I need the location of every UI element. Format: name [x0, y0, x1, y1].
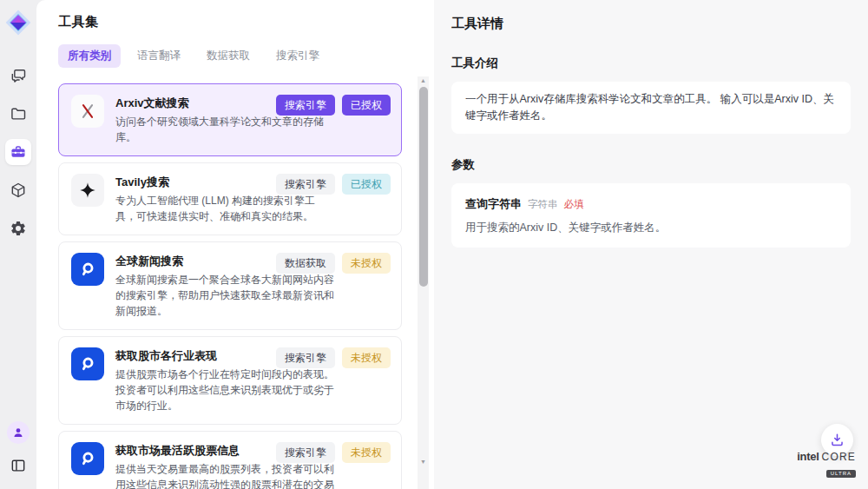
category-badge: 搜索引擎 [276, 347, 335, 368]
chat-icon [10, 67, 27, 84]
tab-data-acquisition[interactable]: 数据获取 [197, 44, 260, 68]
intro-heading: 工具介绍 [451, 56, 851, 71]
tool-description: 访问各个研究领域大量科学论文和文章的存储库。 [115, 114, 334, 145]
detail-title: 工具详情 [451, 16, 851, 32]
sidebar-item-settings[interactable] [5, 215, 31, 241]
tool-card-arxiv[interactable]: Arxiv文献搜索 访问各个研究领域大量科学论文和文章的存储库。 搜索引擎 已授… [58, 83, 402, 156]
auth-badge: 未授权 [342, 442, 391, 463]
sidebar-item-files[interactable] [5, 101, 31, 127]
tool-card-active-stocks[interactable]: 获取市场最活跃股票信息 提供当天交易量最高的股票列表，投资者可以利用这些信息来识… [58, 431, 402, 489]
tool-description: 专为人工智能代理 (LLM) 构建的搜索引擎工具，可快速提供实时、准确和真实的结… [115, 193, 334, 224]
auth-badge: 已授权 [342, 174, 391, 195]
scrollbar-down-icon[interactable]: ▼ [420, 458, 426, 466]
tool-detail-panel: 工具详情 工具介绍 一个用于从Arxiv存储库搜索科学论文和文章的工具。 输入可… [434, 0, 868, 489]
auth-badge: 已授权 [342, 95, 391, 116]
intro-card: 一个用于从Arxiv存储库搜索科学论文和文章的工具。 输入可以是Arxiv ID… [451, 82, 851, 134]
auth-badge: 未授权 [342, 347, 391, 368]
params-heading: 参数 [451, 157, 851, 173]
toolset-panel: 工具集 所有类别 语言翻译 数据获取 搜索引擎 Arxiv文献搜索 访问各个研究… [36, 0, 434, 489]
tool-list: Arxiv文献搜索 访问各个研究领域大量科学论文和文章的存储库。 搜索引擎 已授… [36, 82, 434, 489]
tool-card-tavily[interactable]: Tavily搜索 专为人工智能代理 (LLM) 构建的搜索引擎工具，可快速提供实… [58, 162, 402, 235]
tool-description: 提供股票市场各个行业在特定时间段内的表现。投资者可以利用这些信息来识别表现优于或… [115, 367, 334, 413]
sidebar-item-chat[interactable] [5, 63, 31, 89]
category-tabs: 所有类别 语言翻译 数据获取 搜索引擎 [36, 44, 434, 68]
param-type: 字符串 [528, 196, 558, 213]
tab-all-categories[interactable]: 所有类别 [58, 44, 121, 68]
active-stocks-icon [71, 442, 104, 475]
tavily-star-icon [71, 174, 104, 207]
toolbox-icon [10, 143, 27, 161]
scrollbar-thumb[interactable] [419, 87, 428, 287]
param-name: 查询字符串 [465, 195, 522, 212]
page-title: 工具集 [58, 14, 412, 30]
tool-description: 提供当天交易量最高的股票列表，投资者可以利用这些信息来识别流动性强的股票和潜在的… [115, 461, 334, 489]
category-badge: 搜索引擎 [276, 442, 335, 463]
brand-core-text: core [822, 451, 856, 463]
category-badge: 搜索引擎 [276, 95, 335, 116]
cube-icon [10, 182, 27, 199]
global-news-icon [71, 253, 104, 286]
collapse-sidebar-button[interactable] [5, 453, 31, 479]
user-avatar[interactable] [7, 421, 30, 444]
brand-ultra-badge: ultra [826, 470, 856, 478]
auth-badge: 未授权 [342, 253, 391, 274]
sidebar-item-toolbox[interactable] [5, 139, 31, 165]
gear-icon [10, 220, 27, 237]
tool-card-global-news[interactable]: 全球新闻搜索 全球新闻搜索是一个聚合全球各大新闻网站内容的搜索引擎，帮助用户快速… [58, 241, 402, 330]
scrollbar-up-icon[interactable]: ▲ [420, 76, 426, 85]
list-scrollbar[interactable]: ▲ ▼ [418, 76, 429, 489]
arxiv-x-icon [71, 95, 104, 128]
tool-card-stock-sectors[interactable]: 获取股市各行业表现 提供股票市场各个行业在特定时间段内的表现。投资者可以利用这些… [58, 336, 402, 425]
user-avatar-icon [11, 426, 25, 439]
param-card: 查询字符串 字符串 必填 用于搜索的Arxiv ID、关键字或作者姓名。 [451, 183, 851, 248]
layout-toggle-icon [10, 457, 27, 474]
param-required-badge: 必填 [564, 196, 584, 213]
tab-search-engine[interactable]: 搜索引擎 [266, 44, 329, 68]
app-logo-icon [4, 9, 32, 36]
intro-text: 一个用于从Arxiv存储库搜索科学论文和文章的工具。 输入可以是Arxiv ID… [465, 93, 834, 122]
category-badge: 数据获取 [276, 253, 335, 274]
param-description: 用于搜索的Arxiv ID、关键字或作者姓名。 [465, 220, 837, 235]
brand-intel-text: intel [797, 450, 819, 463]
folder-icon [10, 105, 27, 122]
app-window: 工具集 所有类别 语言翻译 数据获取 搜索引擎 Arxiv文献搜索 访问各个研究… [0, 0, 868, 489]
tool-description: 全球新闻搜索是一个聚合全球各大新闻网站内容的搜索引擎，帮助用户快速获取全球最新资… [115, 272, 334, 319]
category-badge: 搜索引擎 [276, 174, 335, 195]
stock-sector-icon [71, 347, 104, 380]
intel-core-logo: intel core ultra [797, 450, 856, 479]
sidebar-item-models[interactable] [5, 177, 31, 203]
sidebar [0, 0, 36, 489]
tab-language-translation[interactable]: 语言翻译 [128, 44, 190, 68]
download-icon [829, 432, 845, 448]
